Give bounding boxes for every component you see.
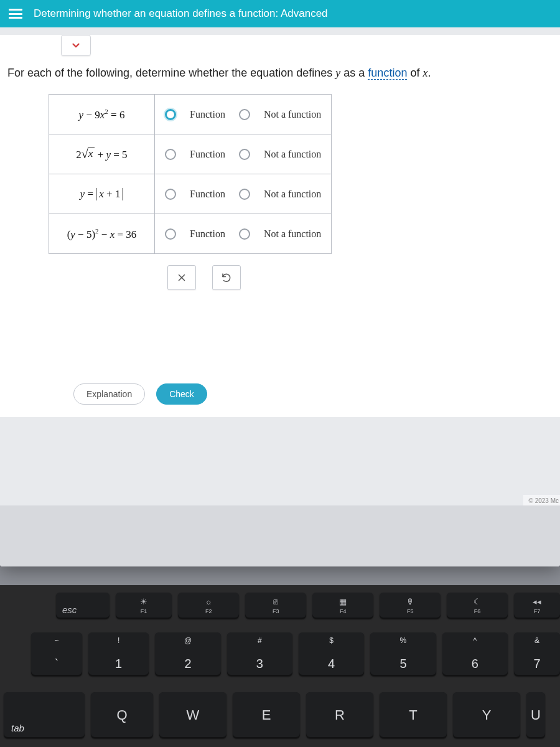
equation-cell: 2√x + y = 5 <box>49 134 155 174</box>
app-header: Determining whether an equation defines … <box>0 0 560 27</box>
radio-not-function[interactable] <box>239 228 250 240</box>
key-f1: ☀F1 <box>116 593 172 619</box>
options-cell: Function Not a function <box>155 95 332 134</box>
app-screen: Determining whether an equation defines … <box>0 0 560 566</box>
options-cell: Function Not a function <box>155 214 332 254</box>
key-e: E <box>233 692 300 738</box>
key-f6: ☾F6 <box>447 593 508 619</box>
laptop-keyboard: esc☀F1☼F2⎚F3▦F4🎙F5☾F6◂◂F7 ~`!1@2#3$4%5^6… <box>0 585 560 747</box>
equation-cell: y − 9x2 = 6 <box>49 95 155 134</box>
key-`: ~` <box>31 632 82 676</box>
table-row: 2√x + y = 5 Function Not a function <box>49 134 332 174</box>
radio-function[interactable] <box>165 228 176 240</box>
radio-function[interactable] <box>165 149 176 160</box>
key-r: R <box>306 692 373 738</box>
key-4: $4 <box>299 632 364 676</box>
key-tab: tab <box>4 692 85 738</box>
key-1: !1 <box>88 632 149 676</box>
key-f4: ▦F4 <box>312 593 373 619</box>
key-t: T <box>380 692 447 738</box>
key-f5: 🎙F5 <box>380 593 441 619</box>
answer-tools <box>49 265 360 290</box>
key-f3: ⎚F3 <box>245 593 306 619</box>
equation-cell: (y − 5)2 − x = 36 <box>49 214 155 254</box>
radio-not-function[interactable] <box>239 189 250 200</box>
key-w: W <box>159 692 226 738</box>
table-row: (y − 5)2 − x = 36 Function Not a functio… <box>49 214 332 254</box>
key-y: Y <box>453 692 520 738</box>
radio-not-function[interactable] <box>239 149 250 160</box>
explanation-button[interactable]: Explanation <box>73 383 145 405</box>
options-cell: Function Not a function <box>155 174 332 214</box>
key-f7: ◂◂F7 <box>514 593 560 619</box>
equation-cell: y = x + 1 <box>49 174 155 214</box>
key-2: @2 <box>155 632 220 676</box>
undo-button[interactable] <box>212 265 241 290</box>
question-prompt: For each of the following, determine whe… <box>5 65 555 94</box>
equation-table: y − 9x2 = 6 Function Not a function 2√x … <box>49 94 332 254</box>
chevron-down-icon <box>70 40 82 51</box>
clear-button[interactable] <box>167 265 196 290</box>
check-button[interactable]: Check <box>156 383 207 405</box>
menu-icon[interactable] <box>9 9 22 19</box>
definition-link-function[interactable]: function <box>368 67 407 80</box>
footer-buttons: Explanation Check <box>73 383 555 405</box>
radio-not-function[interactable] <box>239 109 250 120</box>
radio-function[interactable] <box>165 109 176 120</box>
radio-function[interactable] <box>165 189 176 200</box>
key-u: U <box>526 692 545 738</box>
question-dropdown-toggle[interactable] <box>61 35 91 56</box>
key-6: ^6 <box>442 632 508 676</box>
key-esc: esc <box>56 593 110 619</box>
key-f2: ☼F2 <box>178 593 239 619</box>
undo-icon <box>221 272 232 283</box>
content-area: For each of the following, determine whe… <box>0 35 560 417</box>
key-7: &7 <box>514 632 560 676</box>
table-row: y = x + 1 Function Not a function <box>49 174 332 214</box>
table-row: y − 9x2 = 6 Function Not a function <box>49 95 332 134</box>
key-5: %5 <box>370 632 436 676</box>
key-3: #3 <box>227 632 292 676</box>
close-icon <box>176 272 187 283</box>
page-title: Determining whether an equation defines … <box>34 7 328 20</box>
screen-bezel <box>0 505 560 566</box>
options-cell: Function Not a function <box>155 134 332 174</box>
key-q: Q <box>91 692 153 738</box>
